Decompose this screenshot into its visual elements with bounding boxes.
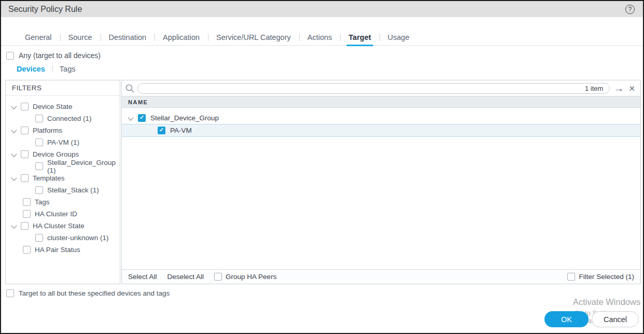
filter-checkbox-stellar-device-group[interactable] [35, 162, 43, 170]
filter-checkbox-connected[interactable] [35, 115, 43, 122]
target-all-but-checkbox[interactable] [6, 289, 14, 297]
device-rows: Stellar_Device_Group PA-VM [122, 108, 640, 269]
chevron-down-icon[interactable] [12, 127, 17, 132]
tab-usage[interactable]: Usage [380, 29, 418, 46]
filter-checkbox-stellar-stack[interactable] [35, 186, 43, 194]
chevron-down-icon[interactable] [12, 103, 17, 108]
filter-label: Templates [33, 174, 65, 182]
filter-item-connected[interactable]: Connected (1) [6, 113, 120, 124]
filter-selected-checkbox[interactable] [567, 273, 575, 281]
device-name: PA-VM [170, 127, 192, 134]
filter-checkbox-cluster-unknown[interactable] [35, 234, 43, 242]
any-target-checkbox[interactable] [6, 52, 14, 60]
filter-label: PA-VM (1) [47, 138, 79, 146]
group-ha-peers-checkbox[interactable] [214, 273, 222, 281]
select-all-button[interactable]: Select All [128, 273, 163, 281]
chevron-down-icon[interactable] [12, 175, 17, 179]
search-pill: 1 item [137, 83, 610, 94]
search-row: 1 item [122, 80, 640, 96]
filter-label: cluster-unknown (1) [47, 234, 109, 242]
filters-title: FILTERS [6, 80, 120, 96]
target-all-but-row: Target to all but these specified device… [6, 289, 170, 297]
filter-checkbox-ha-pair-status[interactable] [23, 246, 31, 254]
filter-checkbox-templates[interactable] [21, 174, 29, 182]
device-row-stellar-device-group[interactable]: Stellar_Device_Group [122, 112, 640, 124]
search-input[interactable] [138, 85, 609, 92]
filter-item-stellar-stack[interactable]: Stellar_Stack (1) [6, 184, 120, 196]
ok-button[interactable]: OK [544, 311, 589, 327]
filter-item-pa-vm[interactable]: PA-VM (1) [6, 136, 120, 148]
filter-label: Tags [35, 198, 50, 206]
group-ha-peers-control: Group HA Peers [214, 273, 276, 281]
apply-filter-arrow-icon[interactable] [612, 83, 625, 93]
filter-label: Platforms [33, 127, 62, 134]
filter-item-ha-cluster-id[interactable]: HA Cluster ID [6, 208, 120, 220]
subtab-devices[interactable]: Devices [17, 63, 52, 75]
filter-item-ha-pair-status[interactable]: HA Pair Status [6, 244, 120, 256]
filter-label: HA Cluster ID [35, 210, 77, 218]
target-all-but-label: Target to all but these specified device… [19, 289, 170, 297]
help-icon[interactable] [625, 5, 635, 14]
activate-windows-watermark: Activate Windows [573, 297, 640, 307]
device-checkbox-pa-vm[interactable] [158, 127, 165, 134]
filter-checkbox-device-state[interactable] [21, 103, 29, 110]
chevron-down-icon[interactable] [12, 151, 17, 156]
search-icon [125, 84, 135, 93]
filter-label: Stellar_Device_Group (1) [47, 159, 120, 174]
group-ha-peers-label: Group HA Peers [226, 273, 276, 281]
filter-label: HA Cluster State [33, 222, 85, 230]
filter-label: Device Groups [33, 150, 79, 158]
tab-bar: General Source Destination Application S… [1, 29, 643, 46]
any-target-label: Any (target to all devices) [19, 51, 101, 60]
filter-item-platforms[interactable]: Platforms [6, 124, 120, 136]
device-row-pa-vm[interactable]: PA-VM [122, 124, 640, 137]
filter-checkbox-ha-cluster-id[interactable] [23, 210, 31, 218]
cancel-button[interactable]: Cancel [592, 311, 639, 327]
chevron-down-icon[interactable] [12, 222, 17, 227]
any-target-row: Any (target to all devices) [6, 51, 101, 60]
tab-general[interactable]: General [17, 29, 60, 46]
filter-checkbox-tags[interactable] [23, 198, 31, 206]
tab-destination[interactable]: Destination [101, 29, 155, 46]
item-count-badge: 1 item [585, 85, 603, 92]
filter-label: Connected (1) [47, 115, 92, 122]
filter-selected-control: Filter Selected (1) [567, 273, 634, 281]
device-list-panel: 1 item NAME Stellar_Device_Group PA-VM S… [121, 80, 641, 284]
tab-target[interactable]: Target [340, 29, 379, 46]
chevron-down-icon[interactable] [129, 115, 133, 119]
deselect-all-button[interactable]: Deselect All [167, 273, 211, 281]
subtab-tags[interactable]: Tags [52, 63, 83, 75]
filter-checkbox-device-groups[interactable] [21, 150, 29, 158]
filters-panel: FILTERS Device State Connected (1) Platf… [5, 80, 120, 284]
list-footer: Select All Deselect All Group HA Peers F… [122, 269, 640, 284]
filter-label: Stellar_Stack (1) [47, 186, 99, 194]
clear-filter-icon[interactable] [627, 85, 636, 92]
tab-application[interactable]: Application [155, 29, 208, 46]
tab-actions[interactable]: Actions [299, 29, 341, 46]
filter-checkbox-ha-cluster-state[interactable] [21, 222, 29, 230]
filter-selected-label: Filter Selected (1) [579, 273, 634, 281]
tab-service-url-category[interactable]: Service/URL Category [208, 29, 299, 46]
column-header-name[interactable]: NAME [122, 96, 640, 108]
filter-checkbox-platforms[interactable] [21, 127, 29, 134]
device-checkbox-stellar-device-group[interactable] [138, 114, 146, 122]
subtab-bar: Devices Tags [17, 63, 82, 75]
dialog-titlebar: Security Policy Rule [1, 1, 643, 17]
device-name: Stellar_Device_Group [150, 114, 219, 122]
filter-item-device-state[interactable]: Device State [6, 101, 120, 113]
filter-label: Device State [33, 103, 73, 110]
filters-tree: Device State Connected (1) Platforms PA-… [6, 96, 120, 256]
column-header-label: NAME [128, 99, 148, 105]
filter-label: HA Pair Status [35, 246, 80, 254]
filter-item-ha-cluster-state[interactable]: HA Cluster State [6, 220, 120, 232]
filter-item-cluster-unknown[interactable]: cluster-unknown (1) [6, 232, 120, 244]
filter-checkbox-pa-vm[interactable] [35, 138, 43, 146]
tab-source[interactable]: Source [60, 29, 101, 46]
filter-item-tags[interactable]: Tags [6, 196, 120, 208]
filter-item-stellar-device-group[interactable]: Stellar_Device_Group (1) [6, 160, 120, 172]
dialog-title: Security Policy Rule [8, 5, 82, 14]
